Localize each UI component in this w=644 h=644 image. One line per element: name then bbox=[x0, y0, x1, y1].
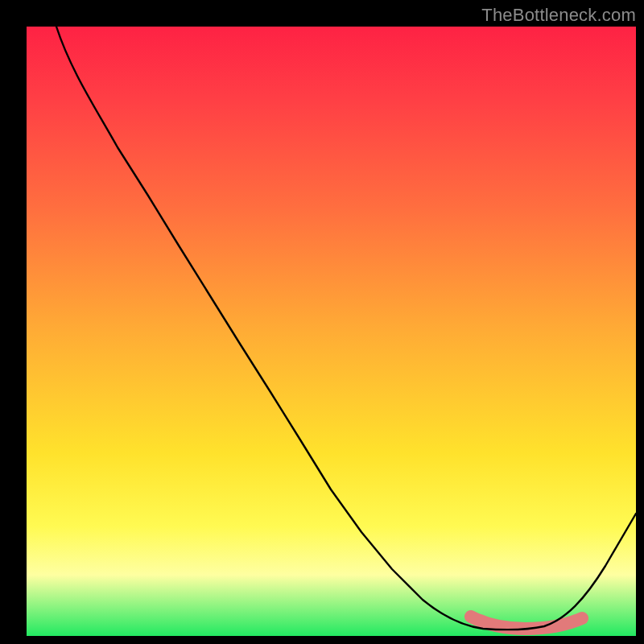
bottleneck-curve bbox=[56, 27, 636, 630]
plot-area bbox=[27, 27, 636, 636]
watermark-label: TheBottleneck.com bbox=[481, 5, 636, 26]
curve-overlay bbox=[27, 27, 636, 636]
highlight-band bbox=[471, 617, 582, 629]
chart-frame: TheBottleneck.com bbox=[0, 0, 644, 644]
